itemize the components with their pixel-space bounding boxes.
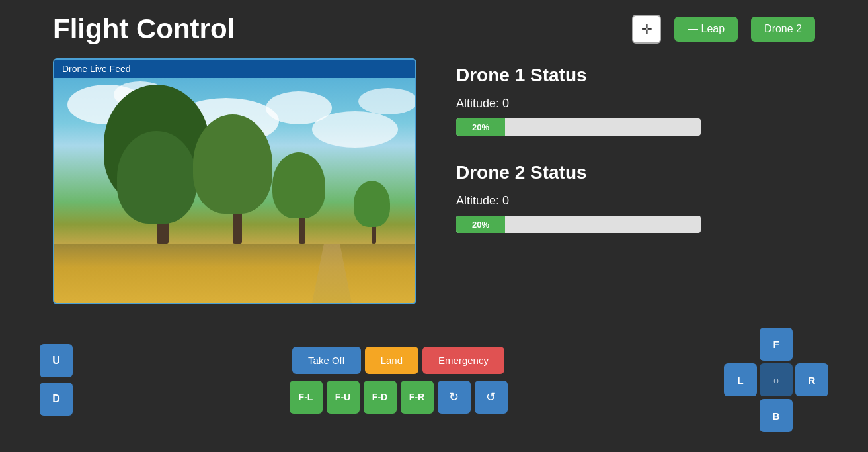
drone2-altitude: Altitude: 0 [456,194,815,208]
move-button[interactable]: ✛ [632,15,661,44]
dir-empty-bl [724,399,757,432]
fd-button[interactable]: F-D [364,381,397,414]
rotate-ccw-icon: ↺ [486,390,496,404]
fu-button[interactable]: F-U [327,381,360,414]
drone1-altitude: Altitude: 0 [456,97,815,111]
video-feed [54,78,416,303]
fl-button[interactable]: F-L [290,381,323,414]
ud-controls: U D [40,344,73,416]
page-title: Flight Control [53,13,619,45]
dir-center-button[interactable]: ○ [760,363,793,396]
dir-left-button[interactable]: L [724,363,757,396]
drone2-button[interactable]: Drone 2 [751,17,815,42]
video-container: Drone Live Feed [53,58,416,304]
rotate-ccw-button[interactable]: ↺ [475,381,508,414]
drone1-status-section: Drone 1 Status Altitude: 0 20% [456,65,815,136]
drone2-status-section: Drone 2 Status Altitude: 0 20% [456,162,815,233]
fr-button[interactable]: F-R [401,381,434,414]
dir-empty-br [795,399,828,432]
drone2-title: Drone 2 Status [456,162,815,183]
drone1-title: Drone 1 Status [456,65,815,86]
bottom-controls: U D Take Off Land Emergency F-L F-U F-D … [0,328,868,432]
dir-back-button[interactable]: B [760,399,793,432]
drone1-progress-bar: 20% [456,118,701,136]
rotate-cw-button[interactable]: ↻ [438,381,471,414]
status-panel: Drone 1 Status Altitude: 0 20% Drone 2 S… [456,58,815,304]
center-controls: Take Off Land Emergency F-L F-U F-D F-R … [73,347,724,414]
drone2-progress-fill: 20% [456,216,505,233]
dir-empty-tr [795,328,828,361]
drone1-progress-fill: 20% [456,118,505,136]
dir-center-icon: ○ [773,375,779,386]
dir-forward-button[interactable]: F [760,328,793,361]
emergency-button[interactable]: Emergency [422,347,504,374]
nav-row: F-L F-U F-D F-R ↻ ↺ [290,381,508,414]
leap-button[interactable]: — Leap [674,17,738,42]
down-button[interactable]: D [40,383,73,416]
rotate-cw-icon: ↻ [449,390,459,404]
takeoff-button[interactable]: Take Off [292,347,361,374]
dir-empty-tl [724,328,757,361]
dir-right-button[interactable]: R [795,363,828,396]
up-button[interactable]: U [40,344,73,377]
video-label: Drone Live Feed [54,60,415,78]
directional-controls: F L ○ R B [724,328,828,432]
land-button[interactable]: Land [365,347,418,374]
action-row: Take Off Land Emergency [292,347,504,374]
drone2-progress-bar: 20% [456,216,701,233]
